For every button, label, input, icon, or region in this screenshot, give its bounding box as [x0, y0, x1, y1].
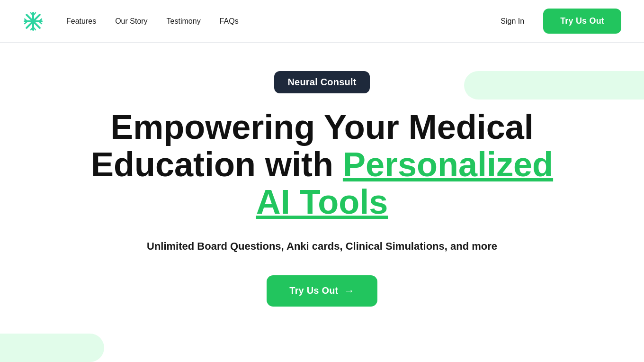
try-us-out-nav-button[interactable]: Try Us Out: [543, 9, 621, 34]
hero-headline: Empowering Your Medical Education with P…: [71, 109, 573, 221]
nav-link-our-story[interactable]: Our Story: [115, 17, 147, 25]
try-us-out-cta-button[interactable]: Try Us Out →: [267, 275, 377, 307]
badge: Neural Consult: [274, 71, 369, 93]
nav-links: Features Our Story Testimony FAQs: [66, 17, 239, 26]
hero-section: Neural Consult Empowering Your Medical E…: [0, 43, 644, 362]
decorative-blob-top-right: [464, 71, 644, 100]
nav-item-testimony[interactable]: Testimony: [167, 17, 201, 26]
hero-subtitle: Unlimited Board Questions, Anki cards, C…: [147, 240, 497, 253]
decorative-blob-bottom-left: [0, 334, 104, 362]
logo: [23, 11, 44, 32]
nav-link-faqs[interactable]: FAQs: [220, 17, 239, 25]
arrow-icon: →: [344, 285, 354, 297]
navbar: Features Our Story Testimony FAQs Sign I…: [0, 0, 644, 43]
nav-right: Sign In Try Us Out: [493, 9, 621, 34]
nav-left: Features Our Story Testimony FAQs: [23, 11, 239, 32]
nav-item-faqs[interactable]: FAQs: [220, 17, 239, 26]
cta-label: Try Us Out: [289, 285, 338, 296]
logo-icon: [23, 11, 44, 32]
nav-item-features[interactable]: Features: [66, 17, 96, 26]
nav-link-testimony[interactable]: Testimony: [167, 17, 201, 25]
sign-in-button[interactable]: Sign In: [493, 13, 532, 29]
nav-item-our-story[interactable]: Our Story: [115, 17, 147, 26]
nav-link-features[interactable]: Features: [66, 17, 96, 25]
